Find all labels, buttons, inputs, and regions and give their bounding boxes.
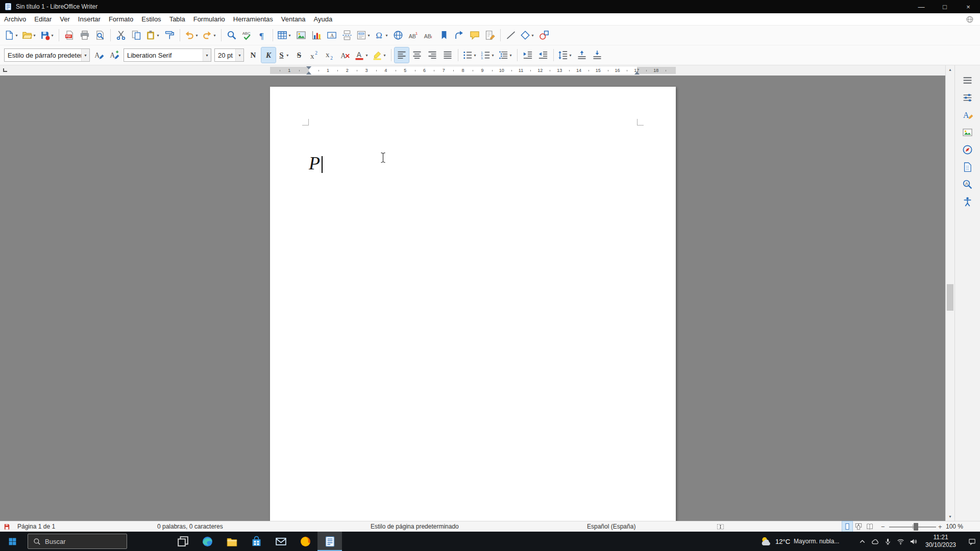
- undo-button[interactable]: ▾: [183, 28, 200, 43]
- italic-button[interactable]: K: [261, 47, 276, 63]
- zoom-slider-thumb[interactable]: [914, 523, 918, 531]
- menu-insertar[interactable]: Insertar: [74, 13, 105, 25]
- single-page-view-button[interactable]: [842, 521, 852, 532]
- network-tray-icon[interactable]: [895, 532, 906, 551]
- chevron-down-icon[interactable]: ▾: [491, 53, 495, 58]
- zoom-level-status[interactable]: 100 %: [946, 521, 963, 532]
- text-language-status[interactable]: Español (España): [587, 521, 635, 532]
- taskbar-search-input[interactable]: Buscar: [28, 534, 127, 549]
- menu-ayuda[interactable]: Ayuda: [310, 13, 337, 25]
- vertical-scrollbar[interactable]: ▲ ▼: [945, 65, 954, 521]
- mail-taskbar-button[interactable]: [268, 532, 293, 551]
- weather-widget[interactable]: 12°C Mayorm. nubla...: [761, 532, 839, 551]
- unordered-list-button[interactable]: ▾: [461, 47, 478, 63]
- export-pdf-button[interactable]: PDF: [62, 28, 77, 43]
- redo-button[interactable]: ▾: [201, 28, 218, 43]
- document-text[interactable]: P: [309, 153, 320, 174]
- print-preview-button[interactable]: [93, 28, 107, 43]
- superscript-button[interactable]: x2: [307, 47, 322, 63]
- clone-formatting-button[interactable]: [162, 28, 177, 43]
- decrease-indent-button[interactable]: [536, 47, 550, 63]
- menu-estilos[interactable]: Estilos: [137, 13, 165, 25]
- chevron-down-icon[interactable]: ▾: [212, 33, 217, 38]
- insert-chart-button[interactable]: [309, 28, 324, 43]
- chevron-down-icon[interactable]: ▾: [287, 33, 292, 38]
- find-replace-button[interactable]: [225, 28, 239, 43]
- multi-page-view-button[interactable]: [853, 521, 864, 532]
- chevron-down-icon[interactable]: ▾: [235, 49, 243, 61]
- basic-shapes-button[interactable]: ▾: [519, 28, 536, 43]
- chevron-down-icon[interactable]: ▾: [366, 33, 371, 38]
- style-inspector-deck-tab[interactable]: A: [955, 176, 980, 193]
- menu-editar[interactable]: Editar: [30, 13, 56, 25]
- writer-taskbar-button[interactable]: [317, 532, 342, 551]
- bold-button[interactable]: N: [246, 47, 260, 63]
- align-right-button[interactable]: [425, 47, 439, 63]
- insert-textbox-button[interactable]: A: [325, 28, 339, 43]
- save-status-icon[interactable]: [3, 521, 11, 532]
- strikethrough-button[interactable]: S: [292, 47, 306, 63]
- sidebar-settings-button[interactable]: [955, 71, 980, 89]
- track-changes-button[interactable]: [483, 28, 497, 43]
- start-button[interactable]: [0, 532, 24, 551]
- insert-line-button[interactable]: [504, 28, 518, 43]
- firefox-taskbar-button[interactable]: [293, 532, 317, 551]
- scroll-down-arrow[interactable]: ▼: [946, 512, 954, 521]
- menu-archivo[interactable]: Archivo: [0, 13, 30, 25]
- bookmark-button[interactable]: [437, 28, 451, 43]
- chevron-down-icon[interactable]: ▾: [50, 33, 55, 38]
- update-style-button[interactable]: A: [92, 47, 106, 63]
- menu-herramientas[interactable]: Herramientas: [229, 13, 277, 25]
- special-character-button[interactable]: Ω▾: [373, 28, 390, 43]
- chevron-down-icon[interactable]: ▾: [364, 53, 369, 58]
- subscript-button[interactable]: x2: [323, 47, 337, 63]
- chevron-down-icon[interactable]: ▾: [14, 33, 19, 38]
- styles-deck-tab[interactable]: A: [955, 106, 980, 123]
- font-name-combo[interactable]: Liberation Serif▾: [124, 48, 211, 62]
- new-style-button[interactable]: A: [107, 47, 121, 63]
- menu-formulario[interactable]: Formulario: [189, 13, 229, 25]
- book-view-button[interactable]: [865, 521, 875, 532]
- chevron-down-icon[interactable]: ▾: [285, 53, 290, 58]
- scroll-up-arrow[interactable]: ▲: [946, 65, 954, 74]
- task-view-button[interactable]: [170, 532, 195, 551]
- edge-taskbar-button[interactable]: [195, 532, 219, 551]
- menu-ventana[interactable]: Ventana: [277, 13, 310, 25]
- accessibility-check-deck-tab[interactable]: [955, 193, 980, 210]
- close-button[interactable]: ×: [957, 0, 980, 13]
- word-count-status[interactable]: 0 palabras, 0 caracteres: [157, 521, 223, 532]
- decrease-paragraph-spacing-button[interactable]: [590, 47, 604, 63]
- highlight-color-button[interactable]: ▾: [371, 47, 388, 63]
- tray-expand-button[interactable]: [856, 532, 868, 551]
- paragraph-style-combo[interactable]: Estilo de párrafo predeterminado▾: [4, 48, 90, 62]
- insert-field-button[interactable]: ▾: [355, 28, 372, 43]
- copy-button[interactable]: [129, 28, 143, 43]
- save-button[interactable]: ▾: [39, 28, 56, 43]
- tab-stop-selector[interactable]: [1, 66, 9, 74]
- open-file-button[interactable]: ▾: [21, 28, 38, 43]
- clear-formatting-button[interactable]: A: [338, 47, 352, 63]
- menu-formato[interactable]: Formato: [105, 13, 137, 25]
- onedrive-tray-icon[interactable]: [869, 532, 880, 551]
- chevron-down-icon[interactable]: ▾: [473, 53, 477, 58]
- page-deck-tab[interactable]: [955, 158, 980, 176]
- zoom-out-button[interactable]: −: [881, 521, 885, 532]
- underline-button[interactable]: S▾: [277, 47, 291, 63]
- chevron-down-icon[interactable]: ▾: [568, 53, 573, 58]
- menu-ver[interactable]: Ver: [56, 13, 74, 25]
- chevron-down-icon[interactable]: ▾: [156, 33, 160, 38]
- chevron-down-icon[interactable]: ▾: [32, 33, 37, 38]
- print-button[interactable]: [78, 28, 92, 43]
- zoom-slider[interactable]: [889, 521, 936, 532]
- volume-tray-icon[interactable]: [908, 532, 919, 551]
- font-color-button[interactable]: A▾: [353, 47, 370, 63]
- store-taskbar-button[interactable]: [244, 532, 268, 551]
- zoom-in-button[interactable]: +: [938, 521, 942, 532]
- show-draw-functions-button[interactable]: [537, 28, 551, 43]
- scrollbar-thumb[interactable]: [947, 284, 953, 311]
- document-page[interactable]: P: [270, 87, 676, 521]
- chevron-down-icon[interactable]: ▾: [382, 53, 387, 58]
- properties-deck-tab[interactable]: [955, 89, 980, 106]
- align-center-button[interactable]: [410, 47, 424, 63]
- footnote-button[interactable]: AB1: [406, 28, 421, 43]
